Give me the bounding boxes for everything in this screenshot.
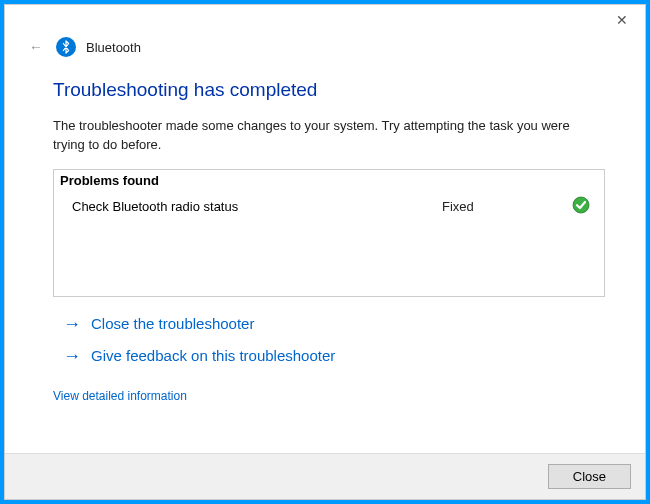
give-feedback-link[interactable]: → Give feedback on this troubleshooter xyxy=(63,347,605,365)
bluetooth-icon xyxy=(56,37,76,57)
titlebar: ✕ xyxy=(5,5,645,35)
problems-header: Problems found xyxy=(54,170,604,190)
close-button[interactable]: Close xyxy=(548,464,631,489)
close-icon: ✕ xyxy=(616,12,628,28)
problem-status: Fixed xyxy=(442,199,572,214)
arrow-right-icon: → xyxy=(63,315,81,333)
problem-name: Check Bluetooth radio status xyxy=(72,199,442,214)
svg-point-0 xyxy=(573,197,589,213)
window-close-button[interactable]: ✕ xyxy=(599,5,645,35)
view-detailed-info-link[interactable]: View detailed information xyxy=(53,389,187,403)
give-feedback-label: Give feedback on this troubleshooter xyxy=(91,347,335,364)
close-troubleshooter-label: Close the troubleshooter xyxy=(91,315,254,332)
close-troubleshooter-link[interactable]: → Close the troubleshooter xyxy=(63,315,605,333)
problem-row: Check Bluetooth radio status Fixed xyxy=(54,190,604,221)
description-text: The troubleshooter made some changes to … xyxy=(53,117,605,155)
bottom-bar: Close xyxy=(5,453,645,499)
back-button[interactable]: ← xyxy=(28,39,44,55)
main-heading: Troubleshooting has completed xyxy=(53,79,605,101)
app-title: Bluetooth xyxy=(86,40,141,55)
content-area: ← Bluetooth Troubleshooting has complete… xyxy=(5,35,645,453)
arrow-right-icon: → xyxy=(63,347,81,365)
header-row: ← Bluetooth xyxy=(28,37,605,57)
troubleshooter-window: ✕ ← Bluetooth Troubleshooting has comple… xyxy=(4,4,646,500)
problems-panel: Problems found Check Bluetooth radio sta… xyxy=(53,169,605,297)
checkmark-icon xyxy=(572,196,590,217)
